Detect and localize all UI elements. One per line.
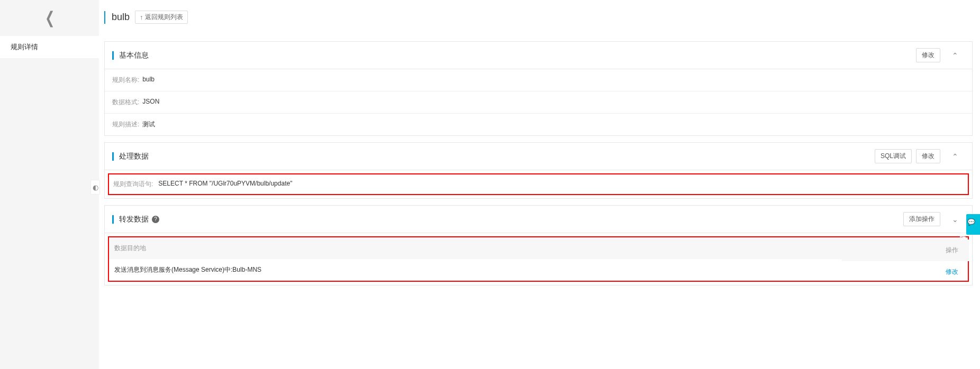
- th-destination: 数据目的地: [109, 237, 968, 259]
- panel-collapse-chevron[interactable]: ⌃: [946, 152, 965, 161]
- panel-basic-info: 基本信息 修改 ⌃ 规则名称: bulb 数据格式: JSON 规则描述: 测试: [104, 41, 973, 136]
- collapse-icon: ◐: [93, 183, 98, 191]
- panel-accent-bar: [112, 51, 114, 60]
- row-modify-link[interactable]: 修改: [946, 268, 958, 275]
- panel-title-basic: 基本信息: [119, 51, 916, 60]
- title-accent-bar: [104, 11, 105, 24]
- sql-debug-button[interactable]: SQL调试: [875, 149, 912, 163]
- row-rule-desc: 规则描述: 测试: [105, 114, 972, 135]
- help-icon[interactable]: ?: [152, 216, 159, 223]
- table-header-row: 数据目的地: [109, 237, 968, 259]
- back-chevron-icon[interactable]: ❮: [45, 8, 55, 27]
- feedback-label: 咨询·建议: [959, 218, 967, 230]
- panel-accent-bar: [112, 215, 114, 224]
- basic-modify-button[interactable]: 修改: [916, 48, 940, 62]
- row-rule-name: 规则名称: bulb: [105, 69, 972, 91]
- page-title: bulb: [112, 12, 130, 23]
- panel-title-process: 处理数据: [119, 152, 875, 161]
- forward-table-highlight: 数据目的地 发送消息到消息服务(Message Service)中:Bulb-M…: [108, 236, 969, 282]
- data-format-label: 数据格式:: [112, 98, 139, 107]
- panel-accent-bar: [112, 152, 114, 161]
- upload-icon: ↑: [140, 14, 143, 21]
- panel-title-forward: 转发数据: [119, 215, 149, 224]
- rule-name-value: bulb: [142, 76, 155, 85]
- sidebar-item-label: 规则详情: [11, 43, 38, 51]
- sidebar-item-rule-detail[interactable]: 规则详情: [0, 36, 99, 58]
- sidebar-collapse-toggle[interactable]: ◐: [90, 180, 100, 195]
- sidebar: 规则详情 ◐: [0, 36, 99, 369]
- rule-desc-label: 规则描述:: [112, 120, 139, 129]
- td-destination: 发送消息到消息服务(Message Service)中:Bulb-MNS: [109, 259, 968, 281]
- process-modify-button[interactable]: 修改: [916, 149, 940, 163]
- panel-process-data: 处理数据 SQL调试 修改 ⌃ 规则查询语句: SELECT * FROM "/…: [104, 142, 973, 199]
- th-operations: 操作: [842, 239, 969, 261]
- rule-name-label: 规则名称:: [112, 76, 139, 85]
- sql-label: 规则查询语句:: [113, 180, 153, 189]
- table-row: 发送消息到消息服务(Message Service)中:Bulb-MNS: [109, 259, 968, 281]
- sql-highlight-box: 规则查询语句: SELECT * FROM "/UGlr70uPYVM/bulb…: [108, 173, 969, 195]
- row-data-format: 数据格式: JSON: [105, 91, 972, 114]
- rule-desc-value: 测试: [142, 120, 155, 129]
- panel-collapse-chevron[interactable]: ⌃: [946, 51, 965, 60]
- data-format-value: JSON: [142, 98, 159, 107]
- feedback-tab[interactable]: 💬 咨询·建议: [966, 214, 980, 235]
- panel-forward-data: 转发数据 ? 添加操作 ⌄ 数据目的地 发送消息到消息服务(Message Se…: [104, 205, 973, 285]
- sql-value: SELECT * FROM "/UGlr70uPYVM/bulb/update": [158, 180, 292, 189]
- chat-bubble-icon: 💬: [967, 218, 977, 226]
- return-rule-list-label: 返回规则列表: [145, 13, 183, 22]
- add-operation-button[interactable]: 添加操作: [903, 212, 940, 226]
- return-rule-list-button[interactable]: ↑ 返回规则列表: [135, 11, 188, 24]
